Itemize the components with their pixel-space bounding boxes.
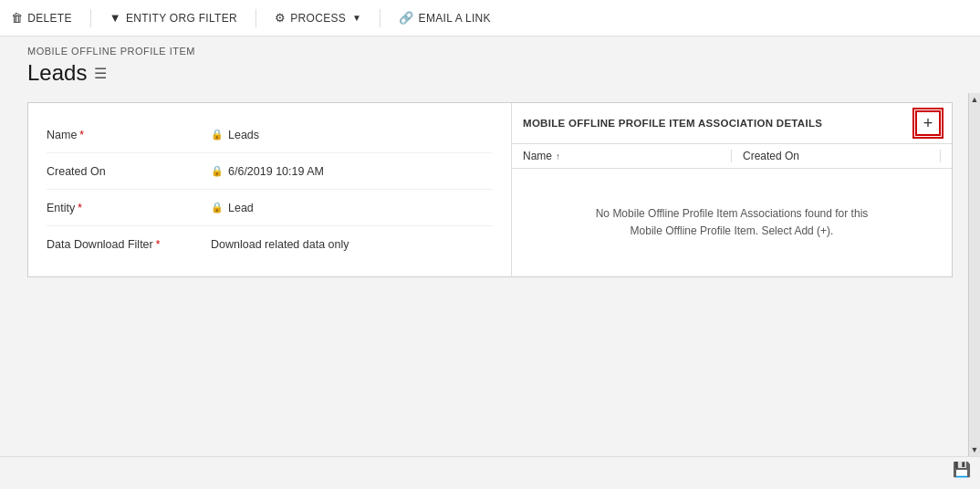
content-wrapper: Name * 🔒 Leads Created On 🔒 6/6/ [27,102,953,277]
email-link-button[interactable]: 🔗 EMAIL A LINK [399,11,491,25]
form-row-name: Name * 🔒 Leads [47,117,493,153]
filter-icon: ▼ [109,11,121,25]
page-title-row: Leads ☰ [27,60,953,86]
form-label-filter: Data Download Filter * [47,238,211,251]
form-row-entity: Entity * 🔒 Lead [47,190,493,226]
process-label: PROCESS [290,12,346,25]
form-label-created-on: Created On [47,165,211,178]
scrollbar[interactable]: ▲ ▼ [968,93,980,456]
entity-org-filter-label: ENTITY ORG FILTER [126,12,237,25]
assoc-col-name-header: Name ↑ [523,150,731,162]
process-dropdown-icon: ▼ [352,13,361,23]
col-divider-2 [940,150,941,162]
page-header: MOBILE OFFLINE PROFILE ITEM Leads ☰ [0,36,980,93]
required-star-name: * [79,129,84,141]
delete-button[interactable]: 🗑 DELETE [11,11,72,25]
menu-icon[interactable]: ☰ [94,65,107,82]
form-row-created-on: Created On 🔒 6/6/2019 10:19 AM [47,153,493,190]
assoc-col-created-header: Created On [732,150,940,162]
assoc-panel: MOBILE OFFLINE PROFILE ITEM ASSOCIATION … [512,103,952,276]
delete-icon: 🗑 [11,11,23,25]
scrollbar-up-arrow[interactable]: ▲ [971,93,979,104]
required-star-entity: * [78,202,82,214]
footer: 💾 [0,456,980,482]
empty-message: No Mobile Offline Profile Item Associati… [595,205,869,240]
save-icon[interactable]: 💾 [953,461,971,478]
name-sort-icon[interactable]: ↑ [556,151,560,161]
assoc-title: MOBILE OFFLINE PROFILE ITEM ASSOCIATION … [523,118,822,129]
page-subtitle: MOBILE OFFLINE PROFILE ITEM [27,46,953,57]
main-content: Name * 🔒 Leads Created On 🔒 6/6/ [0,93,980,456]
email-link-label: EMAIL A LINK [419,12,491,25]
assoc-table-header: Name ↑ Created On [512,144,952,169]
toolbar-separator-1 [90,9,91,27]
add-association-button[interactable]: + [915,110,941,136]
toolbar-separator-2 [255,9,256,27]
form-row-filter: Data Download Filter * Download related … [47,226,493,263]
entity-org-filter-button[interactable]: ▼ ENTITY ORG FILTER [109,11,237,25]
required-star-filter: * [156,238,161,251]
lock-icon-created-on: 🔒 [211,165,224,177]
form-table: Name * 🔒 Leads Created On 🔒 6/6/ [28,103,511,276]
assoc-body: No Mobile Offline Profile Item Associati… [512,169,952,276]
form-label-name: Name * [47,129,211,141]
email-icon: 🔗 [399,11,413,25]
assoc-header: MOBILE OFFLINE PROFILE ITEM ASSOCIATION … [512,103,952,144]
form-value-entity: 🔒 Lead [211,202,493,214]
toolbar-separator-3 [380,9,381,27]
form-value-name: 🔒 Leads [211,129,493,141]
lock-icon-entity: 🔒 [211,202,224,213]
form-panel: Name * 🔒 Leads Created On 🔒 6/6/ [28,103,512,276]
toolbar: 🗑 DELETE ▼ ENTITY ORG FILTER ⚙ PROCESS ▼… [0,0,980,36]
delete-label: DELETE [27,12,71,25]
process-button[interactable]: ⚙ PROCESS ▼ [275,11,361,25]
lock-icon-name: 🔒 [211,129,224,140]
form-label-entity: Entity * [47,202,211,214]
form-value-filter: Download related data only [211,238,493,251]
process-icon: ⚙ [275,11,286,25]
scrollbar-down-arrow[interactable]: ▼ [971,445,979,456]
form-value-created-on: 🔒 6/6/2019 10:19 AM [211,165,493,178]
page-title: Leads [27,60,87,86]
